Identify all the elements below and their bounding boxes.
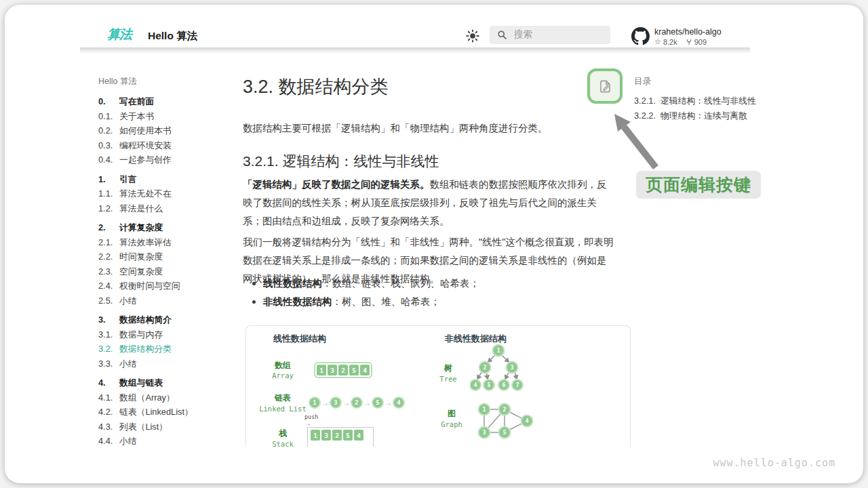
repo-name: krahets/hello-algo (654, 27, 722, 37)
tree-node: 1 (496, 347, 500, 354)
stack-cell: 4 (354, 430, 363, 441)
logic-structure-paragraph: 「逻辑结构」反映了数据之间的逻辑关系。数组和链表的数据按照顺序依次排列，反映了数… (243, 176, 616, 230)
stack-cell: 5 (343, 430, 353, 441)
sidebar-item[interactable]: 3.1.数据与内存 (98, 327, 234, 342)
stack-cell: 2 (332, 430, 342, 441)
star-count: 8.2k (663, 38, 677, 46)
search-icon (497, 30, 507, 40)
sidebar-item[interactable]: 4.1.数组（Array） (98, 390, 234, 405)
annotation-arrow-icon (604, 107, 666, 174)
toc-item[interactable]: 3.2.1.逻辑结构：线性与非线性 (634, 94, 770, 108)
sidebar-item[interactable]: 4.3.列表（List） (98, 420, 234, 434)
watermark: www.hello-algo.com (713, 457, 835, 469)
tree-label: 树 (428, 363, 469, 374)
stack-cell: 3 (321, 430, 331, 441)
sidebar-heading: Hello 算法 (98, 76, 234, 87)
intro-paragraph: 数据结构主要可根据「逻辑结构」和「物理结构」两种角度进行分类。 (243, 119, 614, 138)
sidebar-item[interactable]: 3.3.小结 (98, 357, 234, 371)
list-label: 链表 (262, 392, 303, 404)
sidebar-item[interactable]: 0.1.关于本书 (98, 109, 234, 124)
arrow-icon (363, 399, 372, 407)
array-cell: 2 (338, 365, 348, 375)
sidebar-item[interactable]: 0.4.一起参与创作 (98, 152, 234, 167)
tree-node: 5 (487, 382, 490, 388)
data-structure-figure: 线性数据结构 非线性数据结构 数组 Array 13254 链表 Linked … (245, 325, 631, 447)
graph-graphic: 1 2 3 5 4 (473, 397, 538, 445)
sidebar-item[interactable]: 3.数据结构简介 (98, 312, 234, 327)
tree-node: 6 (502, 382, 505, 388)
stack-cell: 1 (311, 430, 320, 441)
annotation-label: 页面编辑按键 (636, 171, 761, 199)
sidebar-item[interactable]: 2.计算复杂度 (98, 220, 234, 235)
sidebar-item[interactable]: 1.1.算法无处不在 (98, 186, 234, 201)
array-cell: 5 (349, 365, 359, 375)
graph-node: 3 (482, 429, 486, 436)
sidebar-item[interactable]: 4.2.链表（LinkedList） (98, 405, 234, 420)
sidebar-item[interactable]: 2.5.小结 (98, 293, 234, 308)
sidebar-item[interactable]: 4.数组与链表 (98, 375, 234, 390)
page-title: 3.2. 数据结构分类 (243, 75, 389, 99)
list-item: 线性数据结构：数组、链表、栈、队列、哈希表； (252, 278, 618, 289)
tree-node: 4 (473, 382, 477, 388)
sidebar-nav: Hello 算法 0.写在前面 0.1.关于本书 0.2.如何使用本书 0.3.… (98, 76, 234, 449)
array-graphic: 13254 (314, 362, 372, 378)
sidebar-item[interactable]: 2.2.时间复杂度 (98, 249, 234, 264)
array-label: 数组 (262, 360, 303, 371)
tree-node: 7 (515, 382, 519, 388)
array-cell: 3 (328, 365, 337, 375)
graph-node: 1 (482, 406, 486, 413)
site-logo-icon[interactable]: 算法 (107, 26, 132, 43)
list-node: 4 (393, 396, 405, 409)
section-heading: 3.2.1. 逻辑结构：线性与非线性 (243, 152, 439, 171)
arrow-icon (342, 399, 351, 407)
list-node: 5 (372, 396, 384, 409)
sidebar-item[interactable]: 3.2.数据结构分类 (98, 342, 234, 357)
fork-count: 909 (694, 38, 707, 46)
theme-toggle-button[interactable] (465, 28, 480, 43)
sidebar-item[interactable]: 4.4.小结 (98, 434, 234, 449)
sidebar-item[interactable]: 0.写在前面 (98, 94, 234, 109)
list-node: 2 (351, 396, 363, 409)
star-icon: ☆ (654, 37, 661, 46)
edit-page-button[interactable] (587, 68, 623, 104)
brightness-icon (465, 28, 480, 43)
linked-list-graphic: 1 3 2 5 4 (309, 396, 405, 409)
array-cell: 4 (360, 365, 370, 375)
sidebar-list: 0.写在前面 0.1.关于本书 0.2.如何使用本书 0.3.编程环境安装 0.… (98, 94, 234, 449)
repo-stats: ☆ 8.2k 909 (654, 37, 707, 46)
sidebar-item[interactable]: 0.2.如何使用本书 (98, 123, 234, 138)
array-sublabel: Array (245, 371, 320, 380)
sidebar-item[interactable]: 0.3.编程环境安装 (98, 138, 234, 153)
graph-label: 图 (431, 408, 472, 420)
list-item: 非线性数据结构：树、图、堆、哈希表； (252, 296, 618, 307)
tree-graphic: 1 2 3 4 5 6 7 (470, 342, 527, 395)
sidebar-item[interactable]: 1.2.算法是什么 (98, 201, 234, 216)
edit-page-icon (597, 79, 613, 94)
list-node: 1 (309, 396, 321, 409)
bullet-list: 线性数据结构：数组、链表、栈、队列、哈希表； 非线性数据结构：树、图、堆、哈希表… (252, 278, 618, 314)
site-title[interactable]: Hello 算法 (148, 29, 197, 43)
window: 算法 Hello 算法 krahets/hello-algo ☆ 8.2k (0, 0, 868, 488)
search-input[interactable] (513, 28, 607, 40)
stack-graphic: 13254 (307, 427, 374, 447)
arrow-icon (384, 399, 393, 407)
graph-node: 5 (502, 429, 506, 436)
array-cell: 1 (317, 365, 326, 375)
fork-icon (686, 38, 692, 46)
sidebar-item[interactable]: 2.3.空间复杂度 (98, 264, 234, 279)
github-repo-link[interactable]: krahets/hello-algo ☆ 8.2k 909 (631, 26, 747, 47)
list-node: 3 (330, 396, 342, 409)
tree-node: 2 (483, 364, 486, 371)
sidebar-item[interactable]: 2.1.算法效率评估 (98, 235, 234, 250)
push-arrow-icon (304, 420, 311, 427)
tree-node: 3 (510, 364, 513, 371)
graph-node: 2 (502, 406, 506, 413)
paragraph-bold-lead: 「逻辑结构」反映了数据之间的逻辑关系。 (243, 179, 430, 190)
toc-heading: 目录 (634, 76, 770, 87)
sidebar-item[interactable]: 1.引言 (98, 172, 234, 187)
github-icon (631, 27, 650, 45)
header-shadow-divider (80, 47, 750, 54)
sidebar-item[interactable]: 2.4.权衡时间与空间 (98, 279, 234, 293)
search-box[interactable] (490, 26, 610, 44)
graph-node: 4 (525, 418, 528, 424)
